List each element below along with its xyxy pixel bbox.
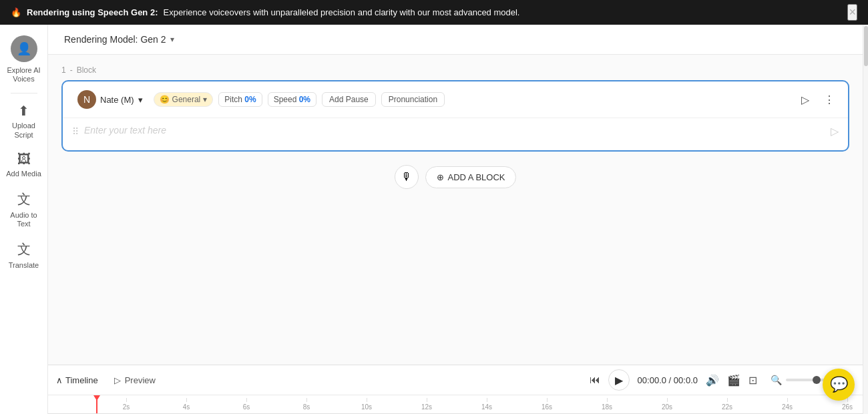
add-pause-button[interactable]: Add Pause [322, 92, 376, 107]
scroll-thumb[interactable] [864, 26, 868, 66]
sidebar-item-translate[interactable]: 文 Translate [3, 235, 45, 275]
zoom-slider-thumb [813, 376, 821, 384]
time-display: 00:00.0 / 00:0.0 [638, 375, 698, 385]
editor-area: 1 - Block N Nate (M) ▾ 😊 General ▾ [48, 55, 863, 365]
ruler-mark: 2s [96, 398, 156, 411]
preview-label: Preview [125, 375, 156, 385]
chat-bubble-button[interactable]: 💬 [823, 369, 855, 401]
sidebar-item-upload-script[interactable]: ⬆ Upload Script [3, 97, 45, 144]
add-block-area: 🎙 ⊕ ADD A BLOCK [61, 165, 849, 189]
translate-icon: 文 [17, 240, 31, 258]
main-play-button[interactable]: ▶ [608, 369, 630, 391]
content-area: Rendering Model: Gen 2 ▾ 1 - Block N Nat… [48, 25, 863, 414]
timeline-toggle-button[interactable]: ∧ Timeline [56, 375, 98, 385]
audio-to-text-icon: 文 [17, 190, 31, 208]
pitch-button[interactable]: Pitch 0% [218, 92, 262, 107]
playhead [96, 395, 97, 413]
ruler-mark: 22s [697, 398, 757, 411]
caption-button[interactable]: ⊡ [748, 374, 757, 387]
add-block-button[interactable]: ⊕ ADD A BLOCK [425, 166, 517, 188]
time-total: 00:0.0 [674, 375, 698, 385]
voice-name: Nate (M) [100, 95, 134, 105]
style-badge-button[interactable]: 😊 General ▾ [154, 92, 214, 107]
notif-bold-text: Rendering using Speech Gen 2: [27, 7, 158, 17]
voice-block-body: ⠿ Enter your text here ▷ [63, 118, 848, 150]
ruler-mark: 4s [156, 398, 216, 411]
ruler-mark: 20s [637, 398, 697, 411]
fire-icon: 🔥 [11, 7, 21, 17]
playback-controls: ⏮ ▶ 00:00.0 / 00:0.0 🔊 🎬 ⊡ 🔍 [590, 369, 855, 391]
rendering-model-label: Rendering Model: Gen 2 [64, 34, 166, 45]
voice-block-toolbar: N Nate (M) ▾ 😊 General ▾ Pitch 0% [63, 81, 848, 118]
sidebar-media-label: Add Media [6, 170, 41, 178]
collapse-icon: ∧ [56, 375, 63, 385]
ruler-mark: 14s [457, 398, 517, 411]
sidebar: 👤 Explore AI Voices ⬆ Upload Script 🖼 Ad… [0, 25, 48, 414]
style-emoji: 😊 [160, 95, 170, 104]
block-play-button[interactable]: ▷ [796, 90, 815, 109]
chevron-down-icon: ▾ [170, 35, 174, 44]
speed-label: Speed [274, 95, 297, 104]
preview-tab[interactable]: ▷ Preview [109, 374, 161, 387]
text-input-area[interactable]: Enter your text here [84, 125, 825, 136]
top-bar: Rendering Model: Gen 2 ▾ [48, 25, 863, 55]
ruler-mark: 16s [517, 398, 577, 411]
ruler-mark: 12s [397, 398, 457, 411]
clapper-button[interactable]: 🎬 [727, 374, 740, 387]
style-chevron-icon: ▾ [203, 95, 207, 104]
sidebar-explore-label: Explore AI Voices [5, 66, 43, 83]
right-scroll-bar [863, 25, 868, 414]
sidebar-item-audio-to-text[interactable]: 文 Audio to Text [3, 185, 45, 234]
pronunciation-button[interactable]: Pronunciation [381, 92, 445, 107]
add-media-icon: 🖼 [17, 152, 31, 167]
volume-button[interactable]: 🔊 [706, 374, 719, 387]
timeline-header: ∧ Timeline ▷ Preview ⏮ ▶ 00:00.0 / 00:0.… [48, 365, 863, 395]
ruler-marks: 2s4s6s8s10s12s14s16s18s20s22s24s26s [48, 398, 863, 411]
voice-avatar: N [77, 90, 96, 109]
inline-play-icon[interactable]: ▷ [831, 125, 839, 138]
add-block-label: ADD A BLOCK [448, 172, 505, 182]
block-number: 1 [61, 65, 66, 75]
ruler-mark: 6s [216, 398, 276, 411]
rendering-model-button[interactable]: Rendering Model: Gen 2 ▾ [59, 31, 180, 47]
block-label: Block [77, 65, 96, 75]
time-separator: / [669, 375, 674, 385]
voice-selector-button[interactable]: N Nate (M) ▾ [72, 88, 148, 111]
drag-handle-icon[interactable]: ⠿ [72, 125, 79, 137]
speed-button[interactable]: Speed 0% [268, 92, 316, 107]
timeline-ruler: 2s4s6s8s10s12s14s16s18s20s22s24s26s [48, 395, 863, 414]
avatar: 👤 [11, 35, 37, 62]
block-dash: - [70, 65, 73, 75]
bottom-panel: ∧ Timeline ▷ Preview ⏮ ▶ 00:00.0 / 00:0.… [48, 365, 863, 414]
ruler-mark: 8s [276, 398, 337, 411]
add-block-icon: ⊕ [437, 172, 444, 182]
ruler-mark: 10s [337, 398, 397, 411]
upload-icon: ⬆ [18, 103, 29, 119]
notif-close-button[interactable]: × [847, 4, 857, 21]
pitch-label: Pitch [224, 95, 242, 104]
style-label: General [172, 95, 201, 104]
skip-back-button[interactable]: ⏮ [590, 374, 600, 386]
timeline-label: Timeline [65, 375, 98, 385]
sidebar-upload-label: Upload Script [5, 122, 43, 139]
speed-value: 0% [299, 95, 310, 104]
playhead-triangle [93, 395, 100, 401]
block-more-button[interactable]: ⋮ [820, 90, 839, 109]
notif-description: Experience voiceovers with unparalleled … [163, 7, 519, 17]
sidebar-translate-label: Translate [9, 261, 39, 270]
notification-bar: 🔥 Rendering using Speech Gen 2: Experien… [0, 0, 868, 25]
sidebar-item-explore-ai-voices[interactable]: 👤 Explore AI Voices [3, 30, 45, 89]
voice-chevron-icon: ▾ [138, 95, 143, 105]
zoom-out-button[interactable]: 🔍 [771, 375, 782, 385]
block-header: 1 - Block [61, 65, 849, 75]
sidebar-item-add-media[interactable]: 🖼 Add Media [3, 146, 45, 184]
sidebar-audio-label: Audio to Text [5, 211, 43, 228]
ruler-mark: 18s [577, 398, 637, 411]
sidebar-divider [11, 93, 37, 93]
preview-icon: ▷ [114, 375, 121, 385]
time-current: 00:00.0 [638, 375, 666, 385]
voice-block: N Nate (M) ▾ 😊 General ▾ Pitch 0% [61, 80, 849, 152]
ruler-mark: 24s [757, 398, 817, 411]
mic-button[interactable]: 🎙 [395, 165, 419, 189]
pitch-value: 0% [244, 95, 256, 104]
